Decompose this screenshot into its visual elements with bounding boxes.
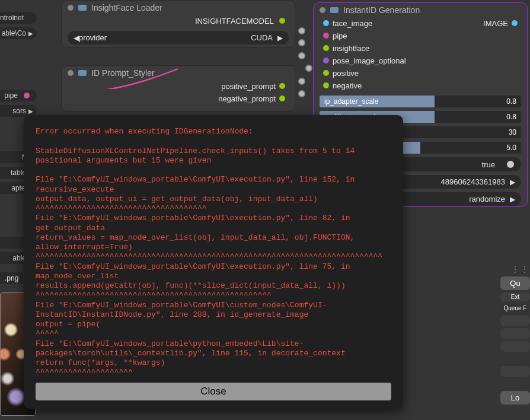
side-menu-panel[interactable]: ⋮⋮ Qu Ext Queue F Lo [500,265,530,407]
slider-value: 0.8 [506,113,516,121]
output-port[interactable] [279,83,285,89]
port-dot [24,93,30,98]
slider-label: ip_adapter_scale [324,97,378,106]
node-type-icon [330,7,339,13]
node-input-row: pipe [314,30,527,42]
node-title: InstantID Generation [343,5,420,15]
node-output-row: negative_prompt [62,93,295,105]
node-output-row: INSIGHTFACEMODEL [62,15,295,27]
node-type-icon [78,5,87,11]
menu-button[interactable] [500,328,530,339]
node-input-row: negative [314,79,527,92]
node-title: InsightFace Loader [91,3,162,12]
node-title-bar[interactable]: ID Prompt_Styler [62,66,295,80]
node-input-row: pose_image_optional [314,55,527,67]
input-label: pipe [333,31,347,40]
drag-grip-icon[interactable]: ⋮⋮ [500,265,530,274]
chevron-right-icon[interactable] [277,34,283,42]
chevron-right-icon[interactable] [510,178,515,186]
reroute-node[interactable] [298,27,305,34]
node-output-row: positive_prompt [62,80,295,93]
reroute-node[interactable] [298,78,305,85]
output-port[interactable] [512,20,518,26]
load-button[interactable]: Lo [500,391,530,405]
node-title: ID Prompt_Styler [91,68,155,78]
chevron-right-icon [28,29,33,37]
toggle-switch[interactable] [499,160,515,169]
chevron-left-icon[interactable] [74,34,79,42]
output-label: positive_prompt [221,82,276,91]
output-label: IMAGE [483,19,508,28]
close-label: Close [200,386,226,397]
collapse-dot-icon[interactable] [320,7,325,13]
node-type-icon [78,70,87,76]
filename-chip[interactable]: .png [0,272,23,284]
input-label: pose_image_optional [333,56,406,65]
output-label: negative_prompt [218,94,276,103]
node-insightface-loader[interactable]: InsightFace Loader INSIGHTFACEMODEL prov… [61,0,295,47]
slider-value: 0.8 [506,97,516,106]
input-port[interactable] [323,58,329,63]
queue-prompt-button[interactable]: Qu [500,276,530,290]
widget-value: randomize [469,195,505,203]
input-label: insightface [333,44,369,53]
output-port[interactable] [279,96,285,101]
output-port[interactable] [279,18,285,24]
input-port[interactable] [323,20,329,26]
collapse-dot-icon[interactable] [68,5,74,11]
left-cell: pipe [0,90,37,101]
button-label: Ext [511,294,519,300]
node-id-prompt-styler[interactable]: ID Prompt_Styler positive_prompt negativ… [61,65,295,112]
menu-button[interactable] [500,366,530,377]
left-cell[interactable]: able\Co [0,27,37,39]
input-port[interactable] [323,70,329,76]
input-port[interactable] [323,33,329,39]
button-label: Lo [511,393,519,402]
widget-value: CUDA [251,33,273,42]
output-label: INSIGHTFACEMODEL [195,17,273,26]
menu-button[interactable] [500,341,530,352]
reroute-node[interactable] [298,90,305,97]
input-label: positive [333,69,359,78]
node-title-bar[interactable]: InstantID Generation [314,3,527,17]
left-cell-label: ontrolnet [0,14,24,22]
menu-button[interactable] [500,315,530,326]
seed-value: 489606243361983 [441,177,505,186]
input-port[interactable] [323,45,329,51]
button-label: Queue F [504,305,527,311]
extra-options-button[interactable]: Ext [500,292,530,301]
chevron-right-icon [28,107,33,115]
input-port[interactable] [323,82,329,88]
button-label: Qu [510,279,520,288]
left-cell-label: pipe [4,91,18,100]
widget-label: provider [79,33,107,42]
filename-label: .png [5,274,18,282]
toggle-value: true [482,160,495,169]
slider-value: 30 [509,128,516,136]
node-input-row: insightface [314,42,527,55]
left-cell: ontrolnet [0,12,37,24]
reroute-node[interactable] [298,52,305,59]
input-label: negative [333,81,362,90]
ip-adapter-scale-slider[interactable]: ip_adapter_scale0.8 [320,96,521,107]
reroute-node[interactable] [298,39,305,46]
close-button[interactable]: Close [36,383,391,400]
queue-front-button[interactable]: Queue F [500,304,530,313]
left-cell-label: sors [12,107,26,115]
collapse-dot-icon[interactable] [68,70,74,76]
provider-widget[interactable]: provider CUDA [68,31,289,44]
node-input-row: positive [314,67,527,79]
slider-value: 5.0 [506,144,516,152]
left-cell-label: able\Co [2,29,26,37]
input-label: face_image [333,19,372,28]
node-io-row: face_image IMAGE [314,17,527,30]
node-title-bar[interactable]: InsightFace Loader [62,1,295,15]
chevron-right-icon[interactable] [510,195,515,203]
error-text: Error occurred when executing IDGenerati… [36,127,391,378]
reroute-node[interactable] [305,65,312,72]
error-dialog: Error occurred when executing IDGenerati… [24,115,403,409]
